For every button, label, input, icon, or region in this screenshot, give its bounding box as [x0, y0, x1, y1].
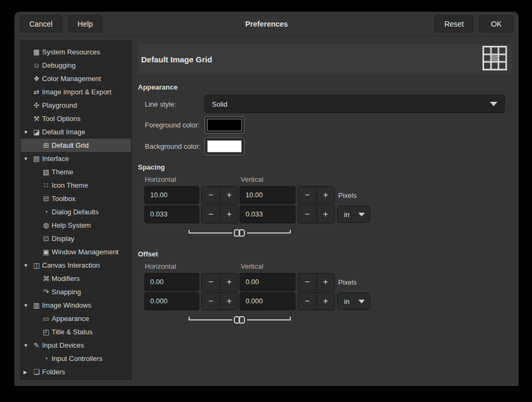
chevron-down-icon [358, 213, 365, 216]
offset-horizontal-minus-button[interactable]: − [202, 274, 220, 291]
sidebar-item-modifiers[interactable]: ⌘Modifiers [21, 272, 131, 285]
ok-button[interactable]: OK [479, 15, 513, 33]
sidebar-item-display[interactable]: ⊡Display [21, 232, 131, 245]
sidebar-item-image-import-export[interactable]: ⇄Image Import & Export [21, 85, 131, 99]
spacing-vertical-minus-button[interactable]: − [298, 206, 316, 223]
sidebar-item-label: Icon Theme [52, 181, 88, 189]
sidebar-item-help-system[interactable]: ◍Help System [21, 219, 131, 232]
foreground-color-swatch [207, 119, 242, 131]
canvas-icon: ◫ [32, 261, 41, 269]
foreground-color-button[interactable] [204, 116, 244, 134]
sidebar-item-debugging[interactable]: ☺Debugging [21, 59, 131, 72]
spacing-horizontal-plus-button[interactable]: + [220, 187, 238, 204]
title-status-icon: ◰ [42, 328, 51, 336]
sidebar-item-system-resources[interactable]: ▦System Resources [21, 45, 131, 59]
offset-horizontal-label: Horizontal [145, 262, 176, 270]
offset-vertical-input[interactable]: 0.000 [240, 292, 296, 310]
offset-vertical-minus-button[interactable]: − [298, 293, 316, 310]
background-color-button[interactable] [204, 138, 244, 155]
spacing-vertical-plus-button[interactable]: + [316, 206, 334, 223]
line-style-value: Solid [212, 100, 227, 108]
sidebar-item-label: Image Import & Export [42, 88, 111, 96]
sidebar-item-label: Title & Status [52, 328, 93, 336]
toolbox-icon: ⊟ [42, 195, 51, 203]
foreground-color-label: Foreground color: [145, 121, 204, 129]
help-button[interactable]: Help [68, 15, 103, 33]
spacing-chain-button[interactable] [187, 228, 292, 238]
reset-button[interactable]: Reset [435, 15, 473, 33]
spacing-horizontal-input[interactable]: 10.00 [144, 186, 199, 204]
expander-expanded-icon[interactable]: ▼ [22, 263, 32, 268]
sidebar-item-dialog-defaults[interactable]: ◔Dialog Defaults [21, 205, 131, 219]
sidebar-item-label: Interface [42, 155, 69, 163]
spacing-horizontal-minus-button[interactable]: − [202, 206, 220, 223]
sidebar-item-icon-theme[interactable]: ∷Icon Theme [21, 179, 131, 192]
wilber-icon: ☺ [32, 61, 41, 69]
sidebar-item-image-windows[interactable]: ▼▥Image Windows [21, 299, 131, 312]
sidebar-item-color-management[interactable]: ❖Color Management [21, 72, 131, 85]
headerbar: Cancel Help Preferences Reset OK [14, 12, 519, 36]
offset-horizontal-minus-button[interactable]: − [202, 293, 220, 310]
spacing-vertical-plus-button[interactable]: + [316, 187, 334, 204]
sidebar-item-input-devices[interactable]: ▼✎Input Devices [21, 339, 131, 352]
window-management-icon: ▣ [42, 248, 51, 256]
offset-horizontal-input[interactable]: 0.000 [144, 292, 199, 310]
theme-icon: ▧ [42, 168, 51, 176]
offset-horizontal-plus-button[interactable]: + [220, 274, 238, 291]
sidebar-item-tool-options[interactable]: ⚒Tool Options [21, 112, 131, 125]
spacing-unit-dropdown[interactable]: in [337, 206, 370, 223]
offset-horizontal-plus-button[interactable]: + [220, 293, 238, 310]
background-color-swatch [207, 140, 242, 152]
sidebar-item-title-status[interactable]: ◰Title & Status [21, 325, 131, 339]
cancel-button[interactable]: Cancel [20, 15, 62, 33]
line-style-dropdown[interactable]: Solid [204, 95, 505, 113]
spacing-horizontal-input[interactable]: 0.033 [144, 205, 199, 223]
expander-expanded-icon[interactable]: ▼ [22, 343, 32, 348]
offset-unit-value: in [344, 298, 349, 305]
sidebar-item-window-management[interactable]: ▣Window Management [21, 245, 131, 259]
appearance-heading: Appearance [138, 83, 512, 91]
sidebar-item-theme[interactable]: ▧Theme [21, 165, 131, 179]
offset-vertical-plus-button[interactable]: + [316, 274, 334, 291]
icon-theme-icon: ∷ [42, 181, 51, 189]
tool-options-icon: ⚒ [32, 115, 41, 123]
sidebar-item-label: Input Devices [42, 341, 84, 349]
grid-icon: ⊞ [42, 141, 51, 149]
sidebar-item-folders[interactable]: ▶❏Folders [21, 365, 131, 379]
offset-vertical-input[interactable]: 0.00 [240, 273, 296, 291]
sidebar-item-toolbox[interactable]: ⊟Toolbox [21, 192, 131, 205]
sidebar-item-interface[interactable]: ▼▤Interface [21, 152, 131, 165]
color-circles-icon: ❖ [32, 75, 41, 83]
sidebar-item-snapping[interactable]: ↷Snapping [21, 285, 131, 299]
sidebar-item-label: Image Windows [42, 301, 91, 309]
sidebar-item-label: Tool Options [42, 115, 80, 123]
offset-heading: Offset [138, 250, 512, 258]
expander-collapsed-icon[interactable]: ▶ [22, 369, 32, 375]
expander-expanded-icon[interactable]: ▼ [22, 130, 32, 135]
offset-vertical-plus-button[interactable]: + [316, 293, 334, 310]
spacing-vertical-input[interactable]: 0.033 [240, 205, 296, 223]
offset-horizontal-input[interactable]: 0.00 [144, 273, 199, 291]
page-title: Default Image Grid [141, 55, 212, 64]
input-devices-icon: ✎ [32, 341, 41, 349]
expander-expanded-icon[interactable]: ▼ [22, 156, 32, 162]
sidebar-item-default-image[interactable]: ▼◪Default Image [21, 125, 131, 139]
sidebar-item-input-controllers[interactable]: ◔Input Controllers [21, 352, 131, 365]
sidebar-item-canvas-interaction[interactable]: ▼◫Canvas Interaction [21, 259, 131, 272]
sidebar-item-appearance[interactable]: ▭Appearance [21, 312, 131, 325]
offset-chain-button[interactable] [187, 315, 292, 325]
chevron-down-icon [490, 102, 497, 106]
sidebar-item-default-grid[interactable]: ⊞Default Grid [21, 139, 131, 152]
spacing-vertical-input[interactable]: 10.00 [240, 186, 296, 204]
appearance-icon: ▭ [42, 315, 51, 323]
help-system-icon: ◍ [42, 221, 51, 229]
sidebar-item-playground[interactable]: ✣Playground [21, 99, 131, 112]
offset-unit-dropdown[interactable]: in [337, 293, 370, 310]
dialog-title: Preferences [245, 20, 288, 28]
offset-vertical-minus-button[interactable]: − [298, 274, 316, 291]
spacing-vertical-minus-button[interactable]: − [298, 187, 316, 204]
expander-expanded-icon[interactable]: ▼ [22, 303, 32, 308]
offset-pixels-label: Pixels [338, 278, 357, 286]
spacing-horizontal-plus-button[interactable]: + [220, 206, 238, 223]
spacing-horizontal-minus-button[interactable]: − [202, 187, 220, 204]
